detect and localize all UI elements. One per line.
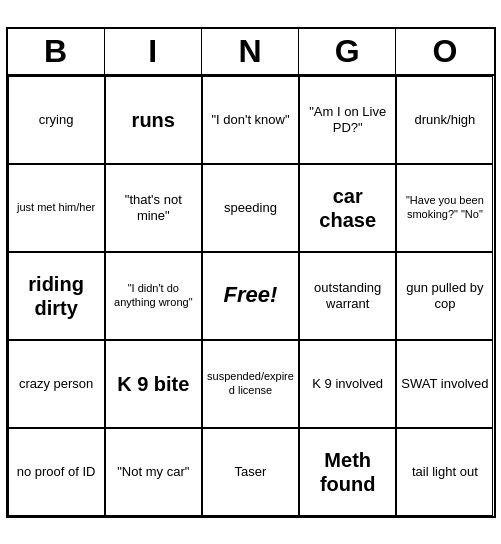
bingo-cell-14[interactable]: gun pulled by cop — [396, 252, 493, 340]
bingo-card: BINGO cryingruns"I don't know""Am I on L… — [6, 27, 496, 518]
header-letter-i: I — [105, 29, 202, 74]
bingo-cell-2[interactable]: "I don't know" — [202, 76, 299, 164]
header-letter-o: O — [396, 29, 493, 74]
bingo-cell-15[interactable]: crazy person — [8, 340, 105, 428]
bingo-cell-5[interactable]: just met him/her — [8, 164, 105, 252]
bingo-cell-12[interactable]: Free! — [202, 252, 299, 340]
bingo-cell-11[interactable]: "I didn't do anything wrong" — [105, 252, 202, 340]
bingo-cell-9[interactable]: "Have you been smoking?" "No" — [396, 164, 493, 252]
bingo-cell-24[interactable]: tail light out — [396, 428, 493, 516]
header-letter-b: B — [8, 29, 105, 74]
bingo-cell-21[interactable]: "Not my car" — [105, 428, 202, 516]
bingo-header: BINGO — [8, 29, 494, 76]
bingo-cell-10[interactable]: riding dirty — [8, 252, 105, 340]
bingo-cell-1[interactable]: runs — [105, 76, 202, 164]
bingo-cell-16[interactable]: K 9 bite — [105, 340, 202, 428]
bingo-cell-7[interactable]: speeding — [202, 164, 299, 252]
header-letter-n: N — [202, 29, 299, 74]
bingo-cell-8[interactable]: car chase — [299, 164, 396, 252]
header-letter-g: G — [299, 29, 396, 74]
bingo-cell-6[interactable]: "that's not mine" — [105, 164, 202, 252]
bingo-cell-4[interactable]: drunk/high — [396, 76, 493, 164]
bingo-cell-0[interactable]: crying — [8, 76, 105, 164]
bingo-cell-13[interactable]: outstanding warrant — [299, 252, 396, 340]
bingo-cell-18[interactable]: K 9 involved — [299, 340, 396, 428]
bingo-cell-17[interactable]: suspended/expired license — [202, 340, 299, 428]
bingo-cell-19[interactable]: SWAT involved — [396, 340, 493, 428]
bingo-cell-23[interactable]: Meth found — [299, 428, 396, 516]
bingo-cell-20[interactable]: no proof of ID — [8, 428, 105, 516]
bingo-grid: cryingruns"I don't know""Am I on Live PD… — [8, 76, 494, 516]
bingo-cell-3[interactable]: "Am I on Live PD?" — [299, 76, 396, 164]
bingo-cell-22[interactable]: Taser — [202, 428, 299, 516]
